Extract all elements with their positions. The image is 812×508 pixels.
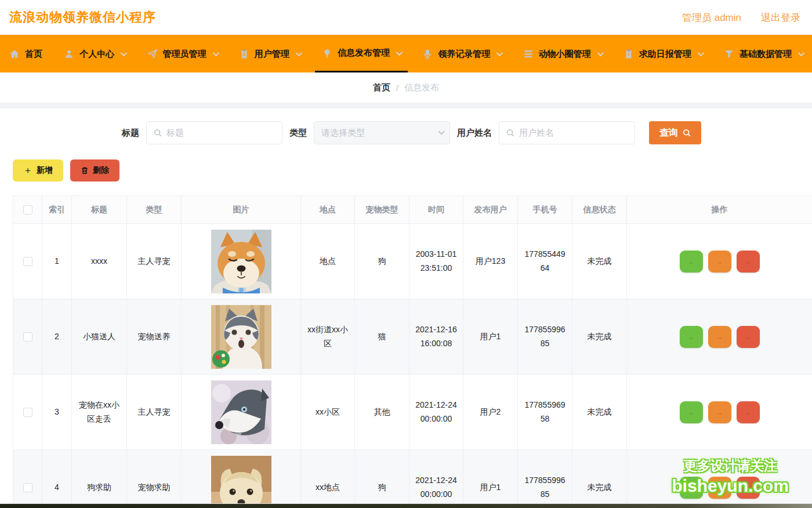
pet-photo-shiba (211, 230, 271, 293)
table-action-row: ＋ 新增 删除 (13, 159, 812, 182)
add-button[interactable]: ＋ 新增 (13, 159, 63, 182)
username-filter-input[interactable]: 用户姓名 (499, 121, 635, 144)
cell-index: 2 (42, 299, 72, 375)
nav-item-basic-data-management[interactable]: 基础数据管理 (717, 35, 810, 72)
cell-type: 宠物送养 (127, 299, 182, 375)
row-actions (632, 477, 807, 499)
row-action-orange-button[interactable] (708, 401, 731, 423)
cell-title: 宠物在xx小区走丢 (72, 375, 127, 450)
nav-item-label: 管理员管理 (163, 49, 206, 60)
nav-item-animal-circle-management[interactable]: 动物小圈管理 (516, 35, 609, 72)
title-filter-label: 标题 (122, 128, 139, 139)
search-icon (506, 129, 514, 137)
table-row: 2 小猫送人 宠物送养 (13, 299, 812, 375)
nav-item-label: 信息发布管理 (338, 48, 390, 59)
type-filter-label: 类型 (289, 128, 307, 139)
chevron-down-icon (698, 50, 704, 56)
nav-item-home[interactable]: 首页 (2, 35, 49, 72)
nav-item-label: 领养记录管理 (438, 49, 490, 60)
chevron-down-icon (798, 50, 804, 56)
type-filter-select[interactable]: 请选择类型 (314, 121, 450, 144)
cell-publisher: 用户2 (463, 375, 518, 450)
select-all-checkbox[interactable] (23, 205, 32, 215)
title-filter-input[interactable]: 标题 (146, 121, 282, 144)
row-action-orange-button[interactable] (708, 251, 731, 273)
row-checkbox[interactable] (23, 408, 32, 417)
nav-item-adoption-record-management[interactable]: 领养记录管理 (415, 35, 508, 72)
main-nav: 首页 个人中心 管理员管理 用户管理 信息发布管理 领养记录管理 动物小圈管理 … (0, 35, 812, 72)
cell-pet-type: 猫 (355, 299, 409, 375)
table-header-row: 索引 标题 类型 图片 地点 宠物类型 时间 发布用户 手机号 信息状态 操作 (13, 196, 812, 224)
breadcrumb: 首页 / 信息发布 (0, 72, 812, 103)
cell-phone: 17785599685 (518, 450, 572, 508)
row-action-green-button[interactable] (680, 477, 703, 499)
cell-type: 主人寻宠 (127, 375, 182, 450)
row-actions (632, 401, 807, 423)
row-action-red-button[interactable] (737, 251, 760, 273)
cell-status: 未完成 (572, 299, 627, 375)
nav-item-label: 动物小圈管理 (539, 49, 591, 60)
row-action-green-button[interactable] (680, 401, 703, 423)
home-icon (9, 49, 20, 59)
cell-status: 未完成 (572, 450, 627, 508)
nav-item-label: 首页 (25, 49, 42, 60)
breadcrumb-home[interactable]: 首页 (373, 82, 390, 93)
column-header-status: 信息状态 (572, 196, 627, 224)
cell-time: 2021-12-24 00:00:00 (409, 450, 463, 508)
row-action-red-button[interactable] (737, 326, 760, 348)
cell-time: 2021-12-16 16:00:08 (409, 299, 463, 375)
chevron-down-icon (296, 50, 302, 56)
nav-item-label: 求助日报管理 (639, 49, 691, 60)
column-header-time: 时间 (409, 196, 463, 224)
search-button[interactable]: 查询 (649, 121, 701, 144)
delete-button[interactable]: 删除 (70, 159, 119, 182)
row-action-red-button[interactable] (737, 401, 760, 423)
plus-icon: ＋ (23, 165, 32, 177)
breadcrumb-current: 信息发布 (404, 82, 439, 93)
cell-type: 主人寻宠 (127, 224, 182, 299)
cell-time: 2021-12-24 00:00:00 (409, 375, 463, 450)
row-action-green-button[interactable] (680, 326, 703, 348)
row-action-green-button[interactable] (680, 251, 703, 273)
column-header-index: 索引 (42, 196, 72, 224)
nav-item-help-daily-management[interactable]: 求助日报管理 (617, 35, 709, 72)
cell-location: xx街道xx小区 (301, 299, 355, 375)
search-icon (683, 129, 691, 137)
cell-location: xx地点 (301, 450, 355, 508)
column-header-operations: 操作 (627, 196, 812, 224)
cell-status: 未完成 (572, 375, 627, 450)
clipboard-icon (624, 49, 634, 59)
admin-account-link[interactable]: 管理员 admin (682, 11, 741, 24)
funnel-icon (724, 49, 734, 59)
row-checkbox[interactable] (23, 257, 32, 266)
row-action-orange-button[interactable] (708, 477, 731, 499)
cell-phone: 17785599685 (518, 299, 572, 375)
user-icon (64, 49, 74, 59)
cell-pet-type: 狗 (355, 224, 409, 299)
cell-phone: 17785544964 (518, 224, 572, 299)
main-content: 标题 标题 类型 请选择类型 用户姓名 用户姓名 查询 ＋ 新增 删除 (0, 121, 812, 508)
table-row: 4 狗求助 宠物求助 (13, 450, 812, 508)
row-checkbox[interactable] (23, 483, 32, 492)
delete-button-label: 删除 (93, 165, 109, 176)
paper-plane-icon (147, 49, 158, 59)
nav-item-user-management[interactable]: 用户管理 (232, 35, 307, 72)
column-header-image: 图片 (182, 196, 301, 224)
chevron-down-icon (121, 50, 127, 56)
cell-pet-type: 其他 (355, 375, 409, 450)
select-all-header (13, 196, 42, 224)
row-checkbox[interactable] (23, 332, 32, 342)
row-action-red-button[interactable] (737, 477, 760, 499)
nav-item-personal-center[interactable]: 个人中心 (57, 35, 132, 72)
logout-link[interactable]: 退出登录 (761, 11, 800, 24)
chevron-down-icon (438, 128, 444, 135)
type-filter-placeholder: 请选择类型 (321, 128, 365, 139)
cell-pet-type: 狗 (355, 450, 409, 508)
chevron-down-icon (212, 50, 219, 56)
nav-item-label: 用户管理 (255, 49, 289, 60)
lightbulb-icon (322, 48, 332, 59)
row-action-orange-button[interactable] (708, 326, 731, 348)
nav-item-admin-management[interactable]: 管理员管理 (140, 35, 224, 72)
cell-location: 地点 (301, 224, 355, 299)
nav-item-info-publish-management[interactable]: 信息发布管理 (315, 35, 408, 72)
